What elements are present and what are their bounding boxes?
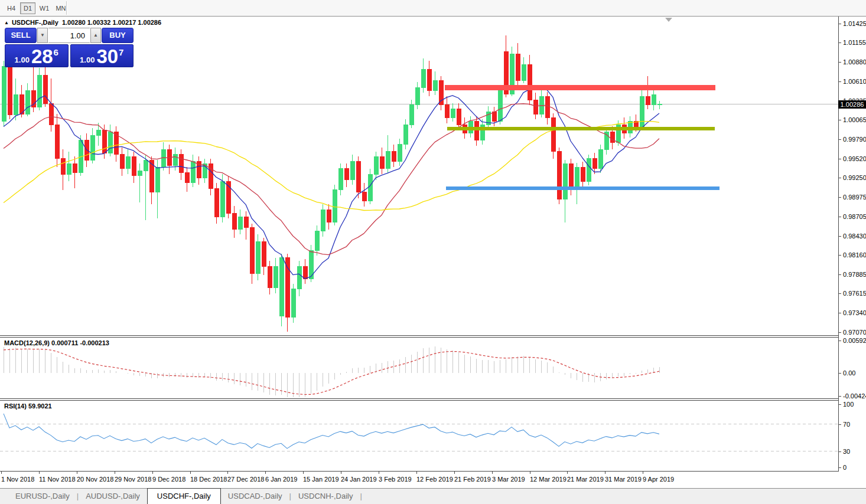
date-axis-tick [416,472,417,474]
price-axis-tick [838,217,841,217]
date-axis-tick [605,472,605,474]
volume-decrease-button[interactable]: ▼ [37,28,48,43]
date-label: 12 Mar 2019 [530,476,567,483]
price-axis-label: 0.99520 [843,155,866,162]
price-axis-tick [838,81,841,82]
date-axis-tick [567,472,568,474]
rsi-axis-tick [838,467,841,468]
rsi-axis-label: 100 [843,401,854,408]
macd-signal-line [4,349,659,394]
pivot-line [447,127,715,130]
price-axis-label: 1.01155 [843,39,866,46]
tab-separator: | [360,489,362,504]
date-axis-tick [454,472,455,474]
macd-indicator-panel[interactable] [0,338,838,398]
price-axis-label: 0.99790 [843,136,866,143]
timeframe-w1-button[interactable]: W1 [37,2,52,14]
rsi-axis: 10070300 [838,401,866,471]
date-label: 31 Mar 2019 [605,476,642,483]
resistance-band [445,85,715,90]
chart-symbol-label: USDCHF-,Daily [12,19,58,26]
price-axis-label: 0.98975 [843,194,866,201]
date-label: 3 Feb 2019 [379,476,412,483]
rsi-axis-tick [838,424,841,425]
macd-axis-tick [838,341,841,341]
price-axis-tick [838,197,841,198]
macd-rsi-splitter[interactable] [0,398,838,401]
buy-button[interactable]: BUY [102,28,134,43]
date-label: 20 Nov 2018 [77,476,113,483]
date-axis-tick [1,472,2,474]
volume-input[interactable] [48,28,90,43]
macd-axis: 0.0059260.00-0.004241 [838,338,866,398]
price-axis-tick [838,159,841,159]
date-label: 9 Apr 2019 [643,476,674,483]
timeframe-d1-button[interactable]: D1 [20,2,35,14]
rsi-axis-label: 0 [843,464,847,471]
timeframe-toolbar: H4 D1 W1 MN [0,0,866,17]
date-label: 12 Feb 2019 [416,476,453,483]
price-axis-tick [838,274,841,275]
date-label: 29 Nov 2018 [115,476,151,483]
price-axis-tick [838,313,841,313]
tab-usdcnh-daily[interactable]: USDCNH-,Daily [291,489,360,504]
tab-usdchf-daily[interactable]: USDCHF-,Daily [147,488,221,504]
macd-axis-label: -0.004241 [843,392,866,400]
price-axis-tick [838,178,841,178]
rsi-axis-label: 70 [843,421,850,428]
collapse-triangle-icon[interactable]: ▲ [4,20,9,25]
rsi-indicator-panel[interactable] [0,401,838,471]
tab-audusd-daily[interactable]: AUDUSD-,Daily [79,489,147,504]
price-axis-label: 0.98430 [843,233,866,240]
main-macd-splitter[interactable] [0,335,838,338]
date-label: 3 Mar 2019 [492,476,525,483]
date-axis-tick [530,472,530,474]
price-axis-tick [838,332,841,333]
price-axis-label: 0.99250 [843,174,866,181]
buy-price-box[interactable]: 1.00 30 7 [70,44,134,67]
sell-price-box[interactable]: 1.00 28 6 [5,44,69,67]
price-axis-tick [838,255,841,256]
price-axis-label: 1.00880 [843,58,866,66]
price-axis-tick [838,236,841,237]
tab-usdcad-daily[interactable]: USDCAD-,Daily [221,489,289,504]
macd-axis-label: 0.005926 [843,337,866,344]
tab-eurusd-daily[interactable]: EURUSD-,Daily [8,489,77,504]
date-axis-tick [39,472,40,474]
rsi-axis-label: 30 [843,448,850,455]
price-axis-label: 1.01425 [843,20,866,27]
price-axis-tick [838,120,841,120]
date-label: 11 Nov 2018 [39,476,76,483]
sell-price-sup: 6 [54,48,58,57]
price-axis-tick [838,293,841,294]
price-axis-label: 0.98160 [843,251,866,258]
price-axis-label: 0.97615 [843,290,866,297]
price-axis-label: 0.97070 [843,329,866,336]
date-axis-tick [190,472,191,474]
date-axis-tick [265,472,266,474]
date-axis-tick [227,472,228,474]
date-label: 15 Jan 2019 [303,476,339,483]
date-label: 6 Jan 2019 [265,476,297,483]
rsi-line [4,414,659,449]
chart-caption: ▲USDCHF-,Daily 1.00280 1.00332 1.00217 1… [4,19,161,26]
macd-label: MACD(12,26,9) 0.000711 -0.000213 [4,339,109,346]
date-axis-tick [341,472,341,474]
date-axis-tick [379,472,379,474]
date-label: 24 Jan 2019 [341,476,377,483]
price-axis-tick [838,139,841,140]
date-label: 18 Dec 2018 [190,476,227,483]
volume-increase-button[interactable]: ▲ [90,28,101,43]
rsi-axis-tick [838,451,841,452]
price-axis-tick [838,62,841,63]
chart-ohlc-values: 1.00280 1.00332 1.00217 1.00286 [62,19,161,26]
date-axis-tick [643,472,643,474]
timeframe-h4-button[interactable]: H4 [4,2,19,14]
date-label: 9 Dec 2018 [152,476,185,483]
date-axis-tick [115,472,115,474]
date-label: 1 Nov 2018 [1,476,34,483]
sell-button[interactable]: SELL [5,28,37,43]
rsi-axis-tick [838,404,841,405]
macd-axis-tick [838,373,841,374]
date-label: 27 Dec 2018 [227,476,264,483]
